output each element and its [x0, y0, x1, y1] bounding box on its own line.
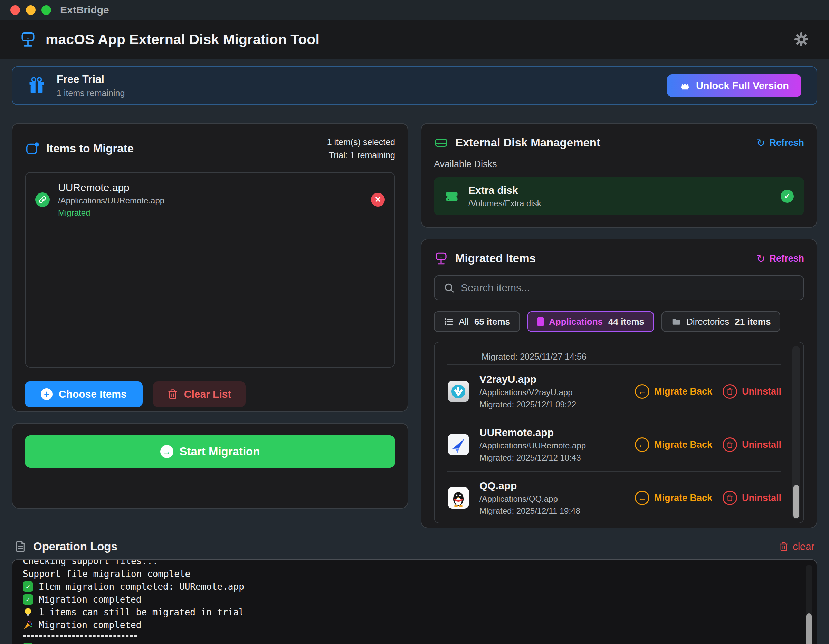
migrate-back-button[interactable]: ← Migrate Back: [635, 491, 712, 505]
filter-directories-count: 21 items: [735, 316, 771, 327]
search-input[interactable]: [461, 282, 794, 294]
choose-items-button[interactable]: + Choose Items: [25, 381, 143, 407]
log-line: 1 items can still be migrated in trial: [23, 606, 793, 619]
migrated-item-actions: ← Migrate Back: [635, 384, 781, 399]
main-columns: Items to Migrate 1 item(s) selected Tria…: [12, 123, 817, 528]
minimize-window-button[interactable]: [26, 5, 36, 15]
migrated-row-uuremote[interactable]: UURemote.app /Applications/UURemote.app …: [447, 418, 781, 471]
bulb-emoji-icon: [23, 607, 33, 617]
filter-all-count: 65 items: [474, 316, 510, 327]
free-trial-title: Free Trial: [57, 73, 125, 86]
scrollbar-thumb[interactable]: [793, 485, 799, 518]
zoom-window-button[interactable]: [41, 5, 51, 15]
queue-item-row[interactable]: UURemote.app /Applications/UURemote.app …: [35, 182, 385, 218]
search-box: [434, 275, 804, 300]
uninstall-button[interactable]: Uninstall: [723, 437, 781, 452]
migrated-item-texts: UURemote.app /Applications/UURemote.app …: [479, 427, 586, 462]
disk-name: Extra disk: [468, 185, 541, 196]
operation-logs-header: Operation Logs clear: [12, 540, 817, 553]
clipboard-badge-icon: [25, 141, 39, 156]
right-column: External Disk Management ↻ Refresh Avail…: [421, 123, 817, 528]
migrated-item-date: Migrated: 2025/12/11 19:48: [479, 506, 580, 516]
log-scrollbar[interactable]: [805, 565, 812, 644]
migrated-items-panel: Migrated Items ↻ Refresh: [421, 239, 817, 528]
window-title: ExtBridge: [60, 4, 109, 16]
migrated-item-path: /Applications/UURemote.app: [479, 441, 586, 450]
v2rayu-app-icon: [447, 380, 470, 403]
trash-icon: [167, 389, 178, 399]
disk-stand-magenta-icon: [434, 251, 448, 266]
document-icon: [14, 540, 27, 553]
uninstall-button[interactable]: Uninstall: [723, 384, 781, 399]
trash-icon: [779, 542, 789, 551]
unlock-full-version-button[interactable]: Unlock Full Version: [667, 74, 801, 97]
log-line: Migration completed: [23, 619, 793, 631]
gear-icon[interactable]: [793, 31, 810, 48]
check-emoji-icon: ✓: [23, 594, 33, 605]
disk-card-extra-disk[interactable]: Extra disk /Volumes/Extra disk ✓: [434, 177, 804, 215]
refresh-migrated-button[interactable]: ↻ Refresh: [757, 253, 804, 265]
arrow-right-circle-icon: →: [160, 445, 173, 458]
migrated-item-texts: QQ.app /Applications/QQ.app Migrated: 20…: [479, 480, 580, 516]
migrated-item-name: V2rayU.app: [479, 374, 576, 385]
clear-list-button[interactable]: Clear List: [153, 381, 246, 407]
free-trial-remaining: 1 items remaining: [57, 88, 125, 98]
clipped-item-migrated-date: Migrated: 2025/11/27 14:56: [447, 343, 781, 365]
filter-directories-chip[interactable]: Directories 21 items: [662, 311, 780, 332]
migrated-row-v2rayu[interactable]: V2rayU.app /Applications/V2rayU.app Migr…: [447, 365, 781, 418]
start-migration-panel: → Start Migration: [12, 423, 408, 508]
disk-selected-check-icon: ✓: [781, 190, 794, 203]
uninstall-button[interactable]: Uninstall: [723, 491, 781, 505]
selected-count-text: 1 item(s) selected: [327, 136, 395, 148]
queue-item-path: /Applications/UURemote.app: [58, 196, 164, 205]
close-window-button[interactable]: [10, 5, 20, 15]
free-trial-banner: Free Trial 1 items remaining Unlock Full…: [12, 66, 817, 105]
clear-list-label: Clear List: [184, 388, 232, 400]
app-header: macOS App External Disk Migration Tool: [0, 20, 829, 59]
migrated-row-qq[interactable]: QQ.app /Applications/QQ.app Migrated: 20…: [447, 471, 781, 523]
uninstall-label: Uninstall: [742, 386, 781, 397]
disk-panel-title: External Disk Management: [455, 136, 600, 149]
plus-circle-icon: +: [41, 388, 52, 400]
list-icon: [443, 316, 454, 327]
migrate-queue-list: UURemote.app /Applications/UURemote.app …: [25, 172, 395, 368]
migrate-back-button[interactable]: ← Migrate Back: [635, 384, 712, 399]
migrated-item-texts: V2rayU.app /Applications/V2rayU.app Migr…: [479, 374, 576, 409]
migrate-back-label: Migrate Back: [654, 439, 712, 450]
migrate-back-label: Migrate Back: [654, 492, 712, 504]
log-output[interactable]: Checking support files... Support file m…: [12, 559, 817, 644]
start-migration-button[interactable]: → Start Migration: [25, 435, 395, 468]
choose-items-label: Choose Items: [59, 388, 127, 400]
items-panel-title: Items to Migrate: [46, 142, 134, 155]
folder-icon: [671, 316, 681, 327]
log-line: Checking support files...: [23, 559, 793, 567]
log-divider: [23, 635, 137, 637]
titlebar: ExtBridge: [0, 0, 829, 20]
clear-logs-button[interactable]: clear: [779, 541, 815, 552]
disk-panel-header: External Disk Management ↻ Refresh: [434, 136, 804, 150]
page-title: macOS App External Disk Migration Tool: [46, 32, 320, 48]
filter-all-chip[interactable]: All 65 items: [434, 311, 520, 332]
scrollbar-thumb[interactable]: [806, 613, 812, 644]
refresh-disks-label: Refresh: [769, 137, 804, 148]
refresh-migrated-label: Refresh: [769, 253, 804, 264]
trash-circle-icon: [723, 384, 737, 399]
remove-item-button[interactable]: ✕: [371, 193, 385, 207]
app-window: ExtBridge macOS App External Disk Migrat…: [0, 0, 829, 644]
app-rect-icon: [537, 317, 544, 327]
free-trial-texts: Free Trial 1 items remaining: [57, 73, 125, 98]
refresh-disks-button[interactable]: ↻ Refresh: [757, 137, 804, 149]
migrate-back-button[interactable]: ← Migrate Back: [635, 437, 712, 452]
filter-applications-label: Applications: [549, 316, 603, 327]
migrated-panel-header: Migrated Items ↻ Refresh: [434, 251, 804, 266]
clear-logs-label: clear: [793, 541, 815, 552]
filter-applications-chip[interactable]: Applications 44 items: [528, 311, 654, 332]
migrated-items-scroll-content: Migrated: 2025/11/27 14:56: [435, 343, 804, 523]
queue-item-status: Migrated: [58, 208, 164, 218]
content-area: Free Trial 1 items remaining Unlock Full…: [0, 59, 829, 644]
search-icon: [443, 282, 455, 293]
trial-remaining-text: Trial: 1 remaining: [327, 148, 395, 162]
migrated-item-date: Migrated: 2025/12/12 10:43: [479, 453, 586, 462]
migrated-list-scrollbar[interactable]: [793, 346, 800, 519]
items-to-migrate-panel: Items to Migrate 1 item(s) selected Tria…: [12, 123, 408, 412]
